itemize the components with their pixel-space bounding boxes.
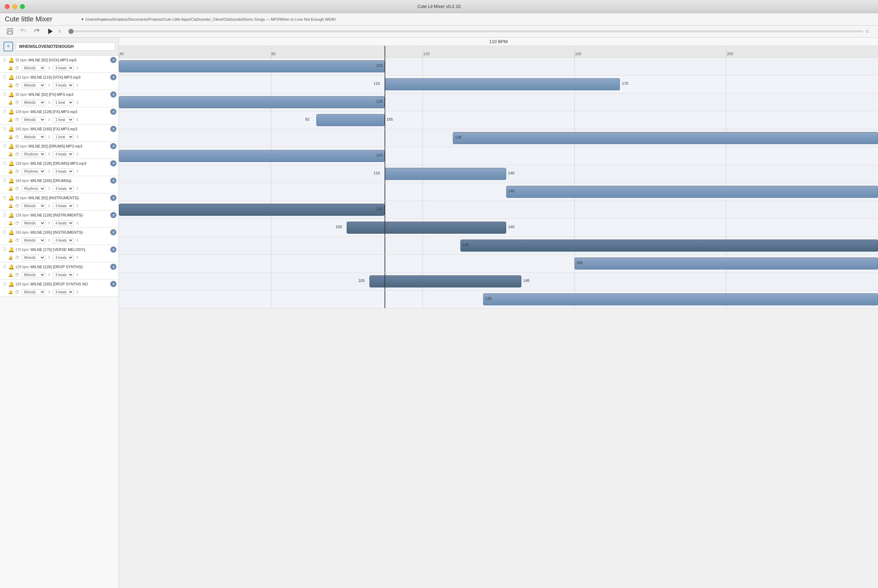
bell-icon[interactable]: 🔔: [8, 247, 14, 252]
save-button[interactable]: [5, 27, 15, 36]
beat-select[interactable]: 4 beats 1 beat 2 beats 4 beats: [53, 272, 74, 278]
timeline-block[interactable]: [460, 240, 878, 252]
bell-icon[interactable]: 🔔: [8, 212, 14, 218]
beat-select[interactable]: 1 beat 1 beat 2 beats 4 beats: [53, 134, 74, 140]
timeline-block[interactable]: [119, 204, 385, 216]
timeline-block[interactable]: [347, 222, 506, 234]
drag-handle-icon[interactable]: ⠿: [2, 160, 7, 166]
beat-select[interactable]: 4 beats 1 beat 2 beats 4 beats: [53, 255, 74, 261]
beat-select[interactable]: 4 beats 1 beat 2 beats 4 beats: [53, 289, 74, 295]
track-type-select[interactable]: Melodic Melodic Rhythmic: [21, 272, 45, 278]
bell-icon-small[interactable]: 🔔: [8, 66, 13, 70]
remove-track-button[interactable]: ✕: [110, 229, 117, 236]
bell-icon[interactable]: 🔔: [8, 160, 14, 166]
bell-icon-small[interactable]: 🔔: [8, 204, 13, 208]
bell-icon-small[interactable]: 🔔: [8, 290, 13, 294]
timeline-block[interactable]: [574, 258, 878, 270]
beat-select[interactable]: 4 beats 1 beat 2 beats 4 beats: [53, 237, 74, 243]
drag-handle-icon[interactable]: ⠿: [2, 57, 7, 63]
beat-select[interactable]: 4 beats 1 beat 2 beats 4 beats: [53, 203, 74, 209]
track-type-select[interactable]: Rhythmic Melodic Rhythmic: [21, 151, 45, 157]
track-type-select[interactable]: Melodic Melodic Rhythmic: [21, 82, 45, 88]
bell-icon-small[interactable]: 🔔: [8, 83, 13, 87]
bell-icon-small[interactable]: 🔔: [8, 221, 13, 225]
track-type-select[interactable]: Melodic Melodic Rhythmic: [21, 255, 45, 261]
drag-handle-icon[interactable]: ⠿: [2, 75, 7, 80]
position-range[interactable]: [68, 31, 863, 32]
track-type-select[interactable]: Rhythmic Melodic Rhythmic: [21, 168, 45, 174]
drag-handle-icon[interactable]: ⠿: [2, 178, 7, 183]
bell-icon[interactable]: 🔔: [8, 109, 14, 114]
bell-icon-small[interactable]: 🔔: [8, 238, 13, 243]
drag-handle-icon[interactable]: ⠿: [2, 143, 7, 149]
bell-icon-small[interactable]: 🔔: [8, 255, 13, 260]
track-type-select[interactable]: Melodic Melodic Rhythmic: [21, 237, 45, 243]
timeline-block[interactable]: [385, 78, 620, 90]
timeline-block[interactable]: [483, 293, 878, 305]
beat-select[interactable]: 4 beats 1 beat 2 beats 4 beats: [53, 82, 74, 88]
track-type-select[interactable]: Melodic Melodic Rhythmic: [21, 65, 45, 71]
timeline-block[interactable]: [385, 168, 506, 180]
redo-button[interactable]: [32, 27, 41, 36]
timeline-block[interactable]: [316, 114, 385, 126]
mix-name-input[interactable]: [16, 42, 115, 51]
remove-track-button[interactable]: ✕: [110, 177, 117, 184]
bell-icon[interactable]: 🔔: [8, 230, 14, 235]
track-type-select[interactable]: Melodic Melodic Rhythmic: [21, 117, 45, 123]
maximize-button[interactable]: [20, 4, 25, 9]
remove-track-button[interactable]: ✕: [110, 212, 117, 218]
beat-select[interactable]: 1 beat 1 beat 2 beats 4 beats: [53, 117, 74, 123]
track-type-select[interactable]: Rhythmic Melodic Rhythmic: [21, 186, 45, 192]
drag-handle-icon[interactable]: ⠿: [2, 281, 7, 287]
drag-handle-icon[interactable]: ⠿: [2, 126, 7, 132]
bell-icon[interactable]: 🔔: [8, 143, 14, 149]
drag-handle-icon[interactable]: ⠿: [2, 247, 7, 252]
bell-icon-small[interactable]: 🔔: [8, 169, 13, 174]
remove-track-button[interactable]: ✕: [110, 195, 117, 201]
remove-track-button[interactable]: ✕: [110, 143, 117, 149]
remove-track-button[interactable]: ✕: [110, 160, 117, 166]
track-type-select[interactable]: Melodic Melodic Rhythmic: [21, 220, 45, 226]
minimize-button[interactable]: [12, 4, 17, 9]
timeline-ruler[interactable]: 4080120160200240: [119, 46, 878, 57]
bell-icon-small[interactable]: 🔔: [8, 273, 13, 277]
remove-track-button[interactable]: ✕: [110, 74, 117, 80]
bell-icon-small[interactable]: 🔔: [8, 152, 13, 156]
drag-handle-icon[interactable]: ⠿: [2, 92, 7, 97]
timeline-block[interactable]: [369, 275, 521, 288]
beat-select[interactable]: 4 beats 1 beat 2 beats 4 beats: [53, 65, 74, 71]
remove-track-button[interactable]: ✕: [110, 92, 117, 98]
drag-handle-icon[interactable]: ⠿: [2, 109, 7, 114]
drag-handle-icon[interactable]: ⠿: [2, 264, 7, 270]
close-button[interactable]: [5, 4, 10, 9]
beat-select[interactable]: 4 beats 1 beat 2 beats 4 beats: [53, 151, 74, 157]
remove-track-button[interactable]: ✕: [110, 109, 117, 115]
drag-handle-icon[interactable]: ⠿: [2, 230, 7, 235]
timeline-block[interactable]: [119, 150, 385, 162]
bell-icon[interactable]: 🔔: [8, 195, 14, 201]
track-type-select[interactable]: Melodic Melodic Rhythmic: [21, 289, 45, 295]
track-type-select[interactable]: Melodic Melodic Rhythmic: [21, 100, 45, 105]
remove-track-button[interactable]: ✕: [110, 281, 117, 287]
beat-select[interactable]: 4 beats 1 beat 2 beats 4 beats: [53, 220, 74, 226]
bell-icon[interactable]: 🔔: [8, 281, 14, 287]
timeline-block[interactable]: [119, 60, 385, 72]
beat-select[interactable]: 4 beats 1 beat 2 beats 4 beats: [53, 168, 74, 174]
bell-icon[interactable]: 🔔: [8, 126, 14, 132]
beat-select[interactable]: 1 beat 1 beat 2 beats 4 beats: [53, 100, 74, 105]
remove-track-button[interactable]: ✕: [110, 264, 117, 270]
bell-icon-small[interactable]: 🔔: [8, 186, 13, 191]
beat-select[interactable]: 4 beats 1 beat 2 beats 4 beats: [53, 186, 74, 192]
undo-button[interactable]: [19, 27, 28, 36]
bell-icon-small[interactable]: 🔔: [8, 135, 13, 139]
drag-handle-icon[interactable]: ⠿: [2, 212, 7, 218]
bell-icon[interactable]: 🔔: [8, 75, 14, 80]
timeline-block[interactable]: [453, 132, 878, 144]
remove-track-button[interactable]: ✕: [110, 126, 117, 132]
bell-icon-small[interactable]: 🔔: [8, 117, 13, 122]
track-type-select[interactable]: Melodic Melodic Rhythmic: [21, 134, 45, 140]
remove-track-button[interactable]: ✕: [110, 57, 117, 63]
tracks-timeline[interactable]: 4011011017040128921651282404011011014014…: [119, 57, 878, 588]
bell-icon[interactable]: 🔔: [8, 264, 14, 270]
bell-icon[interactable]: 🔔: [8, 92, 14, 97]
